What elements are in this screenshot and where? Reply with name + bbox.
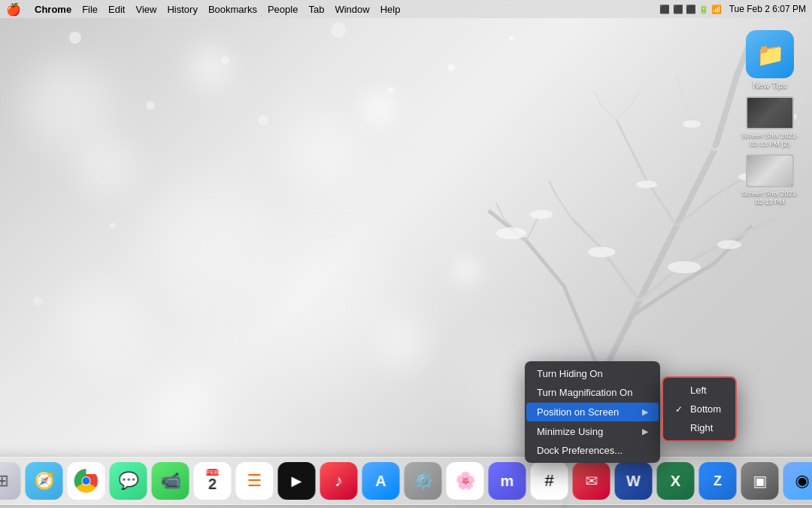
svg-point-14 [258,115,268,126]
dock-item-slack[interactable]: # [531,462,568,500]
svg-point-11 [331,23,346,38]
menubar-window[interactable]: Window [335,4,369,15]
svg-point-2 [588,247,615,257]
svg-point-13 [146,101,155,110]
apple-menu[interactable]: 🍎 [6,2,21,17]
dock-item-photos[interactable]: 🌸 [447,462,484,500]
menubar-app[interactable]: Chrome [35,4,71,15]
dock-item-music[interactable]: ♪ [320,462,358,500]
desktop-icons: 📁 New Tips Screen Shot 2021-02-13 PM (2)… [740,30,800,205]
svg-point-0 [496,227,526,239]
dock: 🖥 ⊞ 🧭 💬 📹 [0,457,812,505]
menubar: 🍎 Chrome File Edit View History Bookmark… [0,0,812,18]
context-menu-item-turn-magnification-on[interactable]: Turn Magnification On [525,383,660,402]
submenu-item-bottom[interactable]: ✓ Bottom [663,400,735,418]
desktop-icon-label-new-tips: New Tips [753,81,786,90]
context-menu-item-minimize-using[interactable]: Minimize Using ▶ [525,422,660,441]
svg-point-22 [83,477,90,485]
svg-point-17 [110,223,116,229]
menubar-people[interactable]: People [268,4,298,15]
svg-point-1 [530,210,553,219]
screenshot-thumb-2 [746,154,794,187]
dock-item-messages[interactable]: 💬 [110,462,147,500]
dock-item-launchpad[interactable]: ⊞ [0,462,21,500]
dock-item-word[interactable]: W [615,462,653,500]
context-menu-item-position-on-screen[interactable]: Position on Screen ▶ [526,403,659,421]
dock-item-safari[interactable]: 🧭 [26,462,63,500]
desktop-icon-label-screenshot1: Screen Shot 2021-02-13 PM (2) [740,132,800,148]
menubar-history[interactable]: History [167,4,197,15]
folder-icon: 📁 [746,30,794,78]
desktop-icon-screenshot2[interactable]: Screen Shot 2021-02-13 PM [740,154,800,206]
dock-item-appstore[interactable]: A [362,462,400,500]
arrow-icon: ▶ [642,407,648,417]
svg-point-16 [509,35,514,40]
svg-point-3 [668,261,701,273]
context-menu: Turn Hiding On Turn Magnification On Pos… [525,361,660,463]
submenu-position: Left ✓ Bottom Right [662,376,737,442]
dock-item-airmail[interactable]: ✉ [573,462,611,500]
menubar-edit[interactable]: Edit [108,4,125,15]
desktop-icon-new-tips[interactable]: 📁 New Tips [740,30,800,90]
menubar-file[interactable]: File [82,4,98,15]
dock-item-calendar[interactable]: FEB 2 [194,462,232,500]
desktop: 🍎 Chrome File Edit View History Bookmark… [0,0,812,508]
context-menu-item-dock-preferences[interactable]: Dock Preferences... [525,441,660,460]
menubar-tab[interactable]: Tab [308,4,324,15]
menubar-datetime: Tue Feb 2 6:07 PM [729,4,806,14]
menubar-help[interactable]: Help [380,4,401,15]
dock-item-screenflow[interactable]: ▣ [741,462,779,500]
arrow-icon-2: ▶ [642,427,648,437]
desktop-icon-label-screenshot2: Screen Shot 2021-02-13 PM [740,190,800,206]
dock-item-settings[interactable]: ⚙️ [404,462,442,500]
svg-point-15 [447,64,455,71]
dock-item-excel[interactable]: X [657,462,695,500]
context-menu-item-turn-hiding-on[interactable]: Turn Hiding On [525,364,660,383]
svg-point-5 [636,181,657,188]
menubar-view[interactable]: View [135,4,156,15]
dock-item-messenger[interactable]: m [489,462,526,500]
svg-point-9 [69,32,81,44]
menubar-left: 🍎 Chrome File Edit View History Bookmark… [6,2,400,17]
screenshot-thumb-1 [746,96,794,129]
check-mark-bottom: ✓ [675,404,686,415]
dock-item-zoom[interactable]: Z [699,462,737,500]
submenu-item-left[interactable]: Left [663,381,735,400]
dock-item-facetime[interactable]: 📹 [152,462,189,500]
dock-item-apple-tv[interactable]: ▶ [278,462,316,500]
svg-point-4 [717,240,741,249]
dock-item-reminders[interactable]: ☰ [236,462,274,500]
desktop-icon-screenshot1[interactable]: Screen Shot 2021-02-13 PM (2) [740,96,800,148]
menubar-bookmarks[interactable]: Bookmarks [208,4,257,15]
dock-item-chrome[interactable] [68,462,105,500]
context-menu-wrapper: Turn Hiding On Turn Magnification On Pos… [525,361,737,463]
menubar-right: ⬛ ⬛ ⬛ 🔋 📶 Tue Feb 2 6:07 PM [659,4,806,14]
svg-point-18 [33,297,42,306]
dock-item-syspref-blue[interactable]: ◉ [783,462,813,500]
svg-point-6 [683,120,701,128]
menubar-icons: ⬛ ⬛ ⬛ 🔋 📶 [659,5,721,14]
submenu-item-right[interactable]: Right [663,418,735,437]
